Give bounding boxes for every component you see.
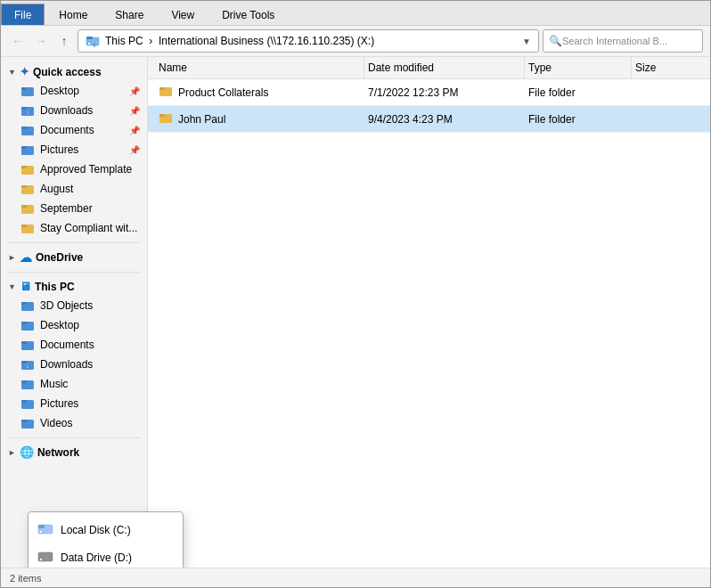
header-date-modified[interactable]: Date modified [364, 57, 525, 78]
tab-drive-tools[interactable]: Drive Tools [208, 4, 288, 25]
main-area: ▼ ✦ Quick access Desktop 📌 ↓ [1, 57, 710, 568]
quick-access-star-icon: ✦ [20, 65, 29, 78]
address-bar-row: ← → ↑ X: This PC › International Busines… [1, 26, 710, 57]
explorer-window: File Home Share View Drive Tools ← → ↑ X… [0, 0, 711, 588]
onedrive-section: ► ☁ OneDrive [1, 246, 147, 269]
svg-rect-37 [159, 87, 165, 90]
svg-rect-33 [21, 400, 27, 403]
dropdown-label: Data Drive (D:) [61, 551, 132, 564]
svg-rect-20 [21, 225, 27, 227]
thispc-chevron: ▼ [8, 282, 16, 291]
file-list-header: Name Date modified Type Size [148, 57, 710, 79]
thispc-header[interactable]: ▼ 🖥 This PC [1, 277, 147, 296]
sidebar-item-videos[interactable]: Videos [1, 413, 147, 433]
folder-icon [20, 143, 35, 157]
drive-icon: X: [86, 34, 100, 48]
dropdown-label: Local Disk (C:) [61, 524, 131, 536]
network-icon: 🌐 [20, 445, 34, 459]
search-box[interactable]: 🔍 Search International B... [543, 29, 703, 53]
svg-rect-18 [21, 205, 27, 208]
sidebar-item-downloads-pc[interactable]: ↓ Downloads [1, 355, 147, 374]
sidebar: ▼ ✦ Quick access Desktop 📌 ↓ [1, 57, 148, 568]
folder-icon: ↓ [20, 357, 35, 372]
file-type: File folder [525, 106, 632, 132]
folder-icon [20, 318, 35, 332]
tab-view[interactable]: View [158, 4, 208, 25]
sidebar-item-august[interactable]: August [1, 179, 147, 199]
sidebar-label: Videos [40, 417, 72, 429]
sidebar-item-downloads-qa[interactable]: ↓ Downloads 📌 [1, 101, 147, 120]
svg-rect-12 [21, 146, 27, 149]
folder-icon: ↓ [20, 103, 35, 118]
svg-rect-24 [21, 322, 27, 324]
file-date: 7/1/2022 12:23 PM [364, 79, 525, 105]
onedrive-header[interactable]: ► ☁ OneDrive [1, 248, 147, 267]
quick-access-header[interactable]: ▼ ✦ Quick access [1, 62, 147, 81]
address-dropdown-arrow[interactable]: ▼ [522, 37, 531, 46]
file-date: 9/4/2023 4:23 PM [364, 106, 525, 132]
svg-rect-5 [21, 87, 27, 90]
header-size[interactable]: Size [632, 57, 703, 78]
svg-rect-10 [21, 127, 27, 129]
folder-icon [20, 123, 35, 137]
file-name-cell: John Paul [155, 106, 364, 132]
folder-icon [20, 201, 35, 216]
thispc-label: This PC [35, 281, 75, 293]
sidebar-item-september[interactable]: September [1, 199, 147, 218]
sidebar-item-3dobjects[interactable]: 3D Objects [1, 296, 147, 315]
folder-icon [159, 84, 173, 101]
svg-rect-1 [88, 43, 90, 45]
sidebar-label: September [40, 202, 93, 215]
folder-icon [20, 298, 35, 313]
network-label: Network [37, 446, 79, 459]
sidebar-item-music[interactable]: Music [1, 374, 147, 394]
folder-icon [20, 377, 35, 391]
address-box[interactable]: X: This PC › International Business (\\1… [78, 29, 539, 53]
file-size [632, 106, 703, 132]
tab-home[interactable]: Home [45, 4, 101, 25]
network-header[interactable]: ► 🌐 Network [1, 443, 147, 461]
folder-icon [159, 110, 173, 127]
onedrive-chevron: ► [8, 253, 16, 262]
sidebar-item-stay-compliant[interactable]: Stay Compliant wit... [1, 218, 147, 238]
header-name[interactable]: Name [155, 57, 364, 78]
network-section: ► 🌐 Network [1, 441, 147, 463]
svg-rect-14 [21, 166, 27, 168]
file-name: John Paul [178, 113, 225, 126]
sidebar-label: 3D Objects [40, 299, 93, 312]
sidebar-label: Desktop [40, 319, 79, 331]
svg-text:↓: ↓ [26, 363, 29, 369]
header-type[interactable]: Type [525, 57, 632, 78]
sidebar-item-documents-qa[interactable]: Documents 📌 [1, 120, 147, 140]
file-list: Name Date modified Type Size Product Col… [148, 57, 710, 568]
folder-icon [20, 182, 35, 196]
back-button[interactable]: ← [8, 31, 28, 51]
quick-access-label: Quick access [33, 66, 102, 78]
folder-icon [20, 221, 35, 235]
sidebar-label: Pictures [40, 143, 78, 156]
sidebar-label: Music [40, 378, 68, 390]
sidebar-item-pictures-pc[interactable]: Pictures [1, 394, 147, 413]
forward-button[interactable]: → [31, 31, 51, 51]
svg-rect-42 [40, 531, 42, 533]
pin-icon: 📌 [129, 106, 140, 116]
sidebar-item-pictures-qa[interactable]: Pictures 📌 [1, 140, 147, 159]
table-row[interactable]: Product Collaterals 7/1/2022 12:23 PM Fi… [148, 79, 710, 106]
sidebar-label: Approved Template [40, 163, 132, 176]
file-type: File folder [525, 79, 632, 105]
svg-rect-35 [21, 420, 27, 422]
sidebar-item-documents-pc[interactable]: Documents [1, 335, 147, 355]
quick-access-chevron: ▼ [8, 68, 16, 77]
pin-icon: 📌 [129, 145, 140, 155]
dropdown-item-d[interactable]: Data Drive (D:) [29, 543, 183, 568]
tab-file[interactable]: File [1, 4, 45, 25]
sidebar-item-approved-template[interactable]: Approved Template [1, 159, 147, 179]
svg-rect-16 [21, 185, 27, 188]
folder-icon [20, 338, 35, 352]
sidebar-item-desktop-qa[interactable]: Desktop 📌 [1, 81, 147, 101]
tab-share[interactable]: Share [102, 4, 157, 25]
table-row[interactable]: John Paul 9/4/2023 4:23 PM File folder [148, 106, 710, 133]
up-button[interactable]: ↑ [54, 31, 74, 51]
dropdown-item-c[interactable]: Local Disk (C:) [29, 516, 183, 543]
sidebar-item-desktop-pc[interactable]: Desktop [1, 315, 147, 335]
